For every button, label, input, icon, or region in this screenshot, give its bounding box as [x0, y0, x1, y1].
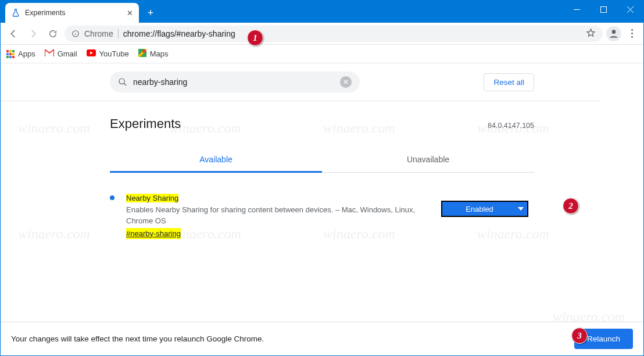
annotation-callout-3: 3	[571, 327, 588, 344]
bookmark-gmail[interactable]: Gmail	[45, 49, 77, 58]
flag-title: Nearby Sharing	[126, 194, 178, 202]
browser-tab[interactable]: Experiments ✕	[5, 3, 139, 23]
window-controls	[563, 1, 643, 18]
flags-tabs: Available Unavailable	[110, 148, 534, 173]
svg-point-10	[119, 79, 124, 84]
gmail-icon	[45, 49, 54, 58]
svg-rect-1	[600, 6, 606, 12]
minimize-button[interactable]	[563, 1, 590, 18]
tab-available[interactable]: Available	[110, 148, 322, 173]
bookmarks-bar: Apps Gmail YouTube Maps	[1, 45, 643, 63]
svg-line-11	[124, 83, 126, 86]
chrome-version: 84.0.4147.105	[488, 122, 534, 130]
page-title: Experiments	[110, 116, 181, 131]
annotation-callout-2: 2	[563, 198, 579, 214]
close-window-button[interactable]	[617, 1, 643, 18]
flag-state-select[interactable]: Enabled	[441, 201, 528, 217]
gmail-label: Gmail	[58, 49, 77, 58]
flag-anchor-link[interactable]: #nearby-sharing	[126, 228, 181, 240]
forward-button[interactable]	[25, 26, 41, 42]
apps-shortcut[interactable]: Apps	[6, 49, 35, 58]
omnibox-url: chrome://flags/#nearby-sharing	[123, 29, 235, 38]
annotation-callout-1: 1	[247, 30, 263, 46]
svg-point-7	[612, 30, 616, 34]
relaunch-footer: Your changes will take effect the next t…	[1, 322, 643, 355]
omnibox-scheme: Chrome	[84, 29, 113, 38]
site-info-icon	[71, 30, 80, 38]
tab-title: Experiments	[25, 9, 65, 17]
search-value: nearby-sharing	[133, 77, 334, 87]
reload-button[interactable]	[45, 26, 61, 42]
bookmark-star-icon[interactable]	[586, 28, 596, 40]
svg-point-9	[142, 49, 146, 53]
flags-search-input[interactable]: nearby-sharing ✕	[110, 72, 360, 92]
flag-changed-dot-icon	[110, 195, 115, 200]
address-bar[interactable]: Chrome chrome://flags/#nearby-sharing	[65, 26, 603, 42]
tab-unavailable[interactable]: Unavailable	[322, 148, 534, 172]
apps-icon	[6, 50, 15, 58]
maps-label: Maps	[150, 49, 169, 58]
back-button[interactable]	[5, 26, 22, 42]
flag-item: Nearby Sharing Enables Nearby Sharing fo…	[110, 193, 534, 239]
window-titlebar: Experiments ✕ +	[1, 1, 643, 23]
search-icon	[118, 77, 127, 87]
tab-close-icon[interactable]: ✕	[127, 9, 133, 17]
flask-icon	[11, 8, 20, 17]
youtube-label: YouTube	[99, 49, 129, 58]
bookmark-youtube[interactable]: YouTube	[87, 49, 129, 58]
chrome-menu-button[interactable]	[625, 29, 639, 38]
bookmark-maps[interactable]: Maps	[138, 49, 169, 59]
maximize-button[interactable]	[590, 1, 617, 18]
apps-label: Apps	[18, 49, 35, 58]
page-content: nearby-sharing ✕ Reset all Experiments 8…	[1, 63, 643, 322]
youtube-icon	[87, 49, 96, 58]
browser-toolbar: Chrome chrome://flags/#nearby-sharing	[1, 23, 643, 45]
clear-search-icon[interactable]: ✕	[340, 76, 352, 88]
omnibox-separator	[118, 29, 119, 38]
maps-icon	[138, 49, 146, 59]
profile-avatar[interactable]	[606, 26, 621, 41]
reset-all-button[interactable]: Reset all	[484, 73, 534, 91]
flag-description: Enables Nearby Sharing for sharing conte…	[126, 205, 415, 226]
footer-message: Your changes will take effect the next t…	[11, 334, 264, 343]
new-tab-button[interactable]: +	[142, 5, 159, 21]
